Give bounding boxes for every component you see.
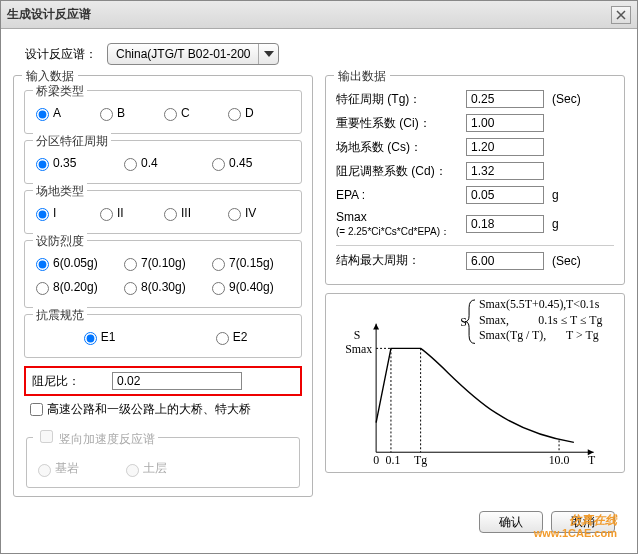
- svg-text:T > Tg: T > Tg: [566, 328, 599, 342]
- out-smax-field[interactable]: [466, 215, 544, 233]
- zone-legend: 分区特征周期: [33, 133, 111, 150]
- footer: 确认 取消 仿真在线 www.1CAE.com: [13, 505, 625, 543]
- spec-combobox[interactable]: [107, 43, 279, 65]
- svg-text:10.0: 10.0: [549, 453, 570, 467]
- svg-text:T<0.1s: T<0.1s: [566, 297, 600, 311]
- out-cs-field[interactable]: [466, 138, 544, 156]
- cancel-button[interactable]: 取消: [551, 511, 615, 533]
- spec-label: 设计反应谱：: [23, 46, 107, 63]
- highway-label: 高速公路和一级公路上的大桥、特大桥: [47, 401, 251, 418]
- seismic-legend: 抗震规范: [33, 307, 87, 324]
- radio-bridge-d[interactable]: D: [223, 105, 287, 121]
- out-tg-field[interactable]: [466, 90, 544, 108]
- radio-bedrock: 基岩: [33, 460, 121, 477]
- input-group: 输入数据 桥梁类型 A B C D 分区特征周期 0.35: [13, 75, 313, 497]
- intensity-legend: 设防烈度: [33, 233, 87, 250]
- radio-int-0[interactable]: 6(0.05g): [31, 255, 119, 271]
- site-type-group: 场地类型 I II III IV: [24, 190, 302, 234]
- bridge-legend: 桥梁类型: [33, 83, 87, 100]
- output-legend: 输出数据: [334, 68, 390, 85]
- site-legend: 场地类型: [33, 183, 87, 200]
- svg-text:Smax(Tg / T),: Smax(Tg / T),: [479, 328, 546, 342]
- chart-ylabel-smax: Smax: [345, 342, 372, 356]
- close-button[interactable]: [611, 6, 631, 24]
- radio-int-3[interactable]: 8(0.20g): [31, 279, 119, 295]
- svg-text:Tg: Tg: [414, 453, 427, 467]
- spec-row: 设计反应谱：: [13, 39, 625, 75]
- radio-zone-035[interactable]: 0.35: [31, 155, 119, 171]
- output-group: 输出数据 特征周期 (Tg)： (Sec) 重要性系数 (Ci)： 场地系数 (…: [325, 75, 625, 285]
- spectrum-chart: S Smax 0 0.1 Tg 10.0 T S Smax(5.5T+0.45)…: [325, 293, 625, 473]
- intensity-group: 设防烈度 6(0.05g) 7(0.10g) 7(0.15g) 8(0.20g)…: [24, 240, 302, 308]
- zone-period-group: 分区特征周期 0.35 0.4 0.45: [24, 140, 302, 184]
- chevron-down-icon: [264, 51, 274, 57]
- vertical-accel-group: 竖向加速度反应谱 基岩 土层: [26, 427, 300, 488]
- out-ci-row: 重要性系数 (Ci)：: [336, 114, 614, 132]
- radio-bridge-c[interactable]: C: [159, 105, 223, 121]
- vertical-accel-checkbox[interactable]: [40, 430, 53, 443]
- svg-text:0: 0: [373, 453, 379, 467]
- titlebar: 生成设计反应谱: [1, 1, 637, 29]
- out-ci-field[interactable]: [466, 114, 544, 132]
- svg-text:T: T: [588, 453, 596, 467]
- out-cd-field[interactable]: [466, 162, 544, 180]
- spec-input[interactable]: [108, 47, 258, 61]
- seismic-code-group: 抗震规范 E1 E2: [24, 314, 302, 358]
- dialog-window: 生成设计反应谱 设计反应谱： 输入数据 桥梁类型 A: [0, 0, 638, 554]
- radio-site-3[interactable]: III: [159, 205, 223, 221]
- window-title: 生成设计反应谱: [7, 6, 611, 23]
- radio-bridge-a[interactable]: A: [31, 105, 95, 121]
- radio-soil: 土层: [121, 460, 209, 477]
- radio-site-2[interactable]: II: [95, 205, 159, 221]
- bridge-type-group: 桥梁类型 A B C D: [24, 90, 302, 134]
- highway-check-row[interactable]: 高速公路和一级公路上的大桥、特大桥: [24, 396, 302, 423]
- close-icon: [616, 10, 626, 20]
- radio-int-2[interactable]: 7(0.15g): [207, 255, 295, 271]
- out-epa-field[interactable]: [466, 186, 544, 204]
- svg-text:0.1s ≤ T ≤ Tg: 0.1s ≤ T ≤ Tg: [538, 312, 602, 326]
- radio-zone-045[interactable]: 0.45: [207, 155, 295, 171]
- chart-ylabel-s: S: [354, 328, 361, 342]
- radio-bridge-b[interactable]: B: [95, 105, 159, 121]
- out-epa-row: EPA : g: [336, 186, 614, 204]
- radio-int-5[interactable]: 9(0.40g): [207, 279, 295, 295]
- svg-text:Smax,: Smax,: [479, 312, 509, 326]
- out-tg-row: 特征周期 (Tg)： (Sec): [336, 90, 614, 108]
- radio-site-1[interactable]: I: [31, 205, 95, 221]
- radio-site-4[interactable]: IV: [223, 205, 287, 221]
- svg-marker-3: [373, 323, 379, 329]
- svg-text:0.1: 0.1: [386, 453, 401, 467]
- out-tmax-field[interactable]: [466, 252, 544, 270]
- radio-zone-04[interactable]: 0.4: [119, 155, 207, 171]
- highway-checkbox[interactable]: [30, 403, 43, 416]
- radio-e2[interactable]: E2: [174, 329, 284, 345]
- radio-e1[interactable]: E1: [42, 329, 152, 345]
- ok-button[interactable]: 确认: [479, 511, 543, 533]
- out-cs-row: 场地系数 (Cs)：: [336, 138, 614, 156]
- radio-int-4[interactable]: 8(0.30g): [119, 279, 207, 295]
- damping-input[interactable]: [112, 372, 242, 390]
- damping-label: 阻尼比：: [32, 373, 112, 390]
- spec-dropdown-button[interactable]: [258, 44, 278, 64]
- radio-int-1[interactable]: 7(0.10g): [119, 255, 207, 271]
- svg-text:Smax(5.5T+0.45),: Smax(5.5T+0.45),: [479, 297, 566, 311]
- dialog-body: 设计反应谱： 输入数据 桥梁类型 A B C D: [1, 29, 637, 553]
- out-smax-row: Smax (= 2.25*Ci*Cs*Cd*EPA)： g: [336, 210, 614, 239]
- damping-row: 阻尼比：: [24, 366, 302, 396]
- out-tmax-row: 结构最大周期： (Sec): [336, 252, 614, 270]
- out-cd-row: 阻尼调整系数 (Cd)：: [336, 162, 614, 180]
